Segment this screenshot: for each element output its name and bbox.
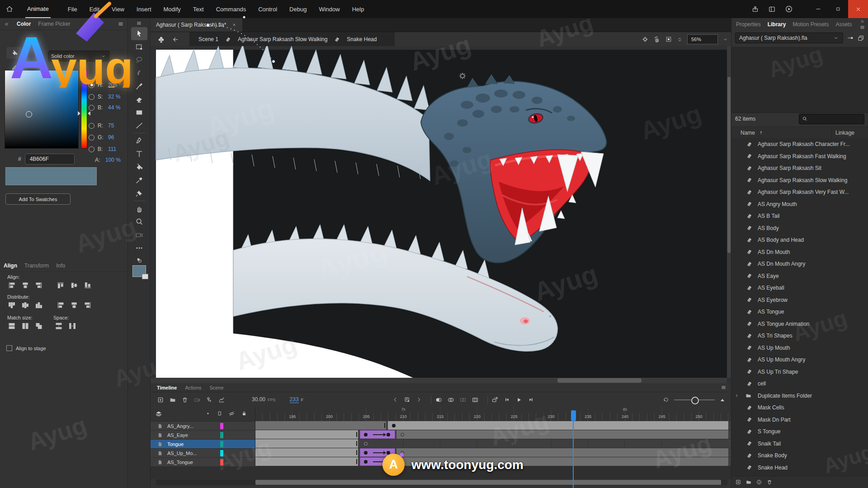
tab-color[interactable]: Color (17, 21, 31, 27)
menu-view[interactable]: View (112, 6, 124, 13)
match-height-button[interactable] (20, 321, 31, 330)
library-item[interactable]: AS B Tail (731, 210, 868, 222)
align-to-stage-checkbox[interactable] (6, 345, 12, 351)
app-menu-animate[interactable]: Animate (25, 0, 51, 18)
library-item[interactable]: cell (731, 378, 868, 390)
free-transform-tool[interactable] (131, 40, 147, 53)
library-item[interactable]: AS Eyeball (731, 282, 868, 294)
library-item[interactable]: Mask Cells (731, 402, 868, 414)
chevron-down-icon[interactable] (722, 37, 728, 42)
timeline-tab-timeline[interactable]: Timeline (157, 385, 177, 390)
resize-timeline-icon[interactable] (719, 397, 726, 403)
layer-outline-color[interactable] (220, 450, 223, 456)
menu-control[interactable]: Control (258, 6, 277, 13)
hand-tool[interactable] (131, 202, 147, 215)
frame-span-light[interactable] (255, 439, 358, 448)
value-text[interactable]: 205 ° (108, 82, 121, 88)
clip-content-icon[interactable] (665, 36, 672, 43)
back-arrow-icon[interactable] (172, 36, 179, 43)
frame-span-light[interactable] (388, 421, 729, 430)
playhead[interactable] (571, 410, 576, 422)
value-text[interactable]: 111 (108, 146, 116, 152)
space-vertical-button[interactable] (53, 321, 64, 330)
menu-file[interactable]: File (68, 6, 77, 13)
stage-canvas[interactable] (151, 46, 731, 383)
value-text[interactable]: 75 (108, 122, 114, 129)
radio-b[interactable] (89, 146, 94, 152)
fluid-brush-tool[interactable] (131, 66, 147, 80)
menu-window[interactable]: Window (319, 6, 340, 13)
new-layer-icon[interactable] (157, 396, 164, 404)
library-item[interactable]: Duplicate Items Folder (731, 390, 868, 402)
tab-frame-picker[interactable]: Frame Picker (38, 21, 70, 27)
breadcrumb-item[interactable]: Aghasur Sarp Raksash Slow Walking (238, 36, 327, 42)
library-item[interactable]: AS Up Mouth Angry (731, 354, 868, 366)
layer-outline-color[interactable] (220, 432, 223, 438)
item-properties-icon[interactable] (756, 479, 762, 485)
align-right-button[interactable] (82, 300, 93, 310)
hide-layers-icon[interactable] (228, 410, 235, 417)
align-center-horizontal-button[interactable] (20, 281, 31, 290)
library-item[interactable]: Snake Body (731, 450, 868, 462)
distribute-bottom-button[interactable] (33, 300, 44, 310)
library-item[interactable]: Aghasur Sarp Raksash Slow Walking (731, 174, 868, 187)
swap-fill-stroke-icon[interactable] (136, 257, 142, 263)
slider-knob[interactable] (691, 397, 699, 404)
radio-b[interactable] (89, 105, 94, 111)
reset-timeline-zoom-icon[interactable] (663, 396, 670, 403)
menu-help[interactable]: Help (352, 6, 364, 13)
library-item[interactable]: AS Dn Mouth Angry (731, 258, 868, 270)
current-frame-value[interactable]: 233 (290, 396, 299, 403)
radio-s[interactable] (89, 94, 94, 100)
scrollbar-thumb[interactable] (727, 77, 731, 253)
distribute-top-button[interactable] (6, 300, 17, 310)
layer-track[interactable] (255, 421, 731, 430)
fps-value[interactable]: 30.00 (252, 396, 265, 403)
fill-color-swatch[interactable] (132, 265, 146, 277)
library-item[interactable]: Aghasur Sarp Raksash Sit (731, 162, 868, 174)
value-text[interactable]: 32 % (108, 94, 120, 100)
library-item[interactable]: AS Tri Shapes (731, 330, 868, 342)
highlight-column-icon[interactable] (205, 410, 211, 417)
insert-keyframe-icon[interactable] (404, 396, 410, 403)
library-document-dropdown[interactable]: Aghasur ( Sarp Raksash).fla (735, 33, 843, 43)
play-icon[interactable] (515, 396, 523, 404)
outline-column-icon[interactable] (217, 410, 223, 417)
scrollbar-thumb[interactable] (557, 378, 642, 383)
menu-text[interactable]: Text (193, 6, 204, 13)
layer-parenting-icon[interactable] (206, 396, 213, 404)
library-item[interactable]: AS Dn Mouth (731, 246, 868, 258)
tab-info[interactable]: Info (56, 263, 65, 269)
hue-slider[interactable] (81, 70, 87, 149)
breadcrumb-item[interactable]: Snake Head (347, 36, 377, 42)
step-forward-icon[interactable] (528, 396, 534, 403)
value-text[interactable]: 44 % (108, 104, 120, 111)
panel-menu-icon[interactable] (118, 21, 124, 27)
new-folder-icon[interactable] (169, 396, 176, 404)
library-item[interactable]: Mask Dn Part (731, 414, 868, 426)
tab-motion-presets[interactable]: Motion Presets (793, 21, 829, 28)
pen-tool[interactable] (131, 134, 147, 147)
align-bottom-button[interactable] (82, 281, 93, 290)
rotate-view-icon[interactable] (653, 36, 660, 43)
keyframe-icon[interactable] (364, 433, 368, 436)
align-top-button[interactable] (55, 281, 66, 290)
library-item[interactable]: Aghasur Sarp Raksash Fast Walking (731, 150, 868, 163)
new-symbol-icon[interactable] (735, 479, 741, 485)
frame-span-light[interactable] (255, 448, 358, 457)
rectangle-tool[interactable] (131, 106, 147, 119)
paint-bucket-tool[interactable] (131, 160, 147, 174)
space-horizontal-button[interactable] (67, 321, 78, 330)
line-tool[interactable] (131, 119, 147, 132)
hex-input[interactable]: 4B606F (25, 154, 75, 164)
layer-row[interactable]: AS_Eaye (151, 431, 255, 440)
twisty-icon[interactable] (734, 393, 739, 398)
library-item[interactable]: AS Eyebrow (731, 294, 868, 306)
align-left-button[interactable] (6, 281, 17, 290)
next-keyframe-icon[interactable] (415, 396, 422, 403)
timeline-tab-scene[interactable]: Scene (210, 385, 224, 390)
frame-span-light[interactable] (255, 457, 358, 466)
frame-span-mid[interactable] (396, 457, 728, 466)
library-item[interactable]: AS Up Tri Shape (731, 366, 868, 378)
brush-tool[interactable] (131, 80, 147, 93)
